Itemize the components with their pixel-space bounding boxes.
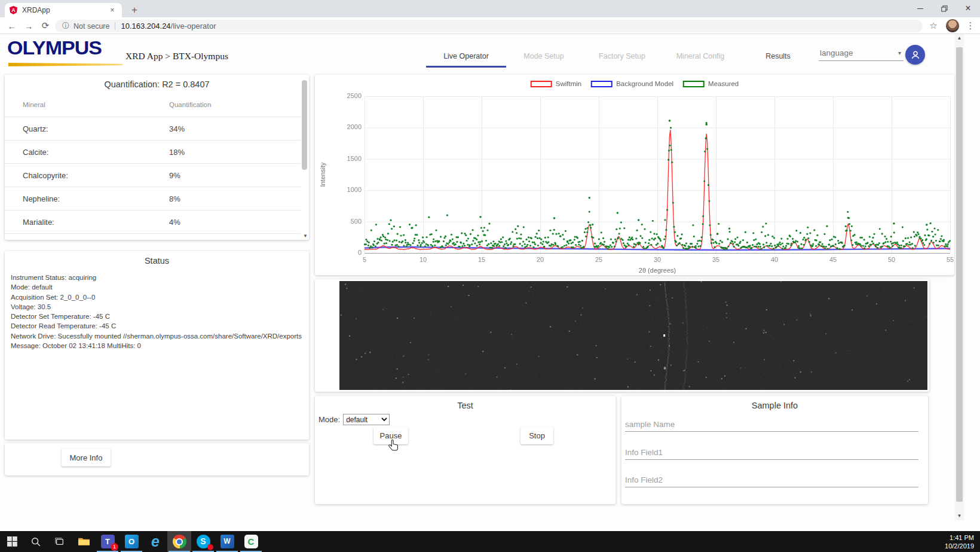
page-scrollbar[interactable]: ▲ ▼ — [955, 34, 964, 520]
status-dot — [207, 544, 213, 550]
clock-time: 1:41 PM — [945, 533, 974, 542]
chevron-down-icon: ▾ — [898, 50, 901, 56]
nav-tab-mineral-config: Mineral Config — [663, 45, 738, 68]
olympus-logo-swoosh — [8, 63, 123, 66]
browser-tab[interactable]: A XRDApp × — [5, 3, 122, 17]
taskbar-button-chrome[interactable] — [167, 531, 191, 552]
xrd-chart-canvas — [315, 75, 954, 275]
info-field1-input[interactable] — [625, 446, 918, 460]
column-mineral: Mineral — [23, 101, 45, 108]
address-bar[interactable]: ⓘ Not secure 10.163.204.24 /live-operato… — [55, 20, 923, 32]
taskbar-button-search[interactable] — [24, 531, 48, 552]
language-select[interactable]: language ▾ — [819, 45, 904, 61]
quantification-panel: Quantification: R2 = 0.8407 Mineral Quan… — [5, 75, 309, 240]
browser-toolbar: ← → ⟳ ⓘ Not secure 10.163.204.24 /live-o… — [0, 17, 980, 34]
back-button[interactable]: ← — [4, 17, 20, 34]
quantification-table: Quartz:34%Calcite:18%Chalcopyrite:9%Neph… — [5, 117, 301, 239]
taskbar-clock[interactable]: 1:41 PM 10/2/2019 — [945, 533, 974, 550]
status-line: Network Drive: Sucessfully mounted //she… — [11, 331, 302, 341]
window-close-button[interactable]: × — [956, 0, 980, 17]
window-minimize-button[interactable] — [908, 0, 932, 17]
mode-select[interactable]: default — [343, 414, 390, 425]
user-account-button[interactable] — [905, 45, 925, 65]
status-line: Voltage: 30.5 — [11, 302, 302, 312]
mouse-hand-cursor — [387, 438, 400, 454]
scroll-down-icon[interactable]: ▼ — [955, 512, 964, 520]
quantification-scrollbar-thumb[interactable] — [302, 80, 307, 170]
taskbar-button-teams[interactable]: T1 — [96, 531, 120, 552]
scroll-down-icon[interactable]: ▼ — [303, 233, 308, 239]
status-lines: Instrument Status: acquiringMode: defaul… — [11, 273, 302, 350]
refresh-button[interactable]: ⟳ — [37, 17, 54, 34]
taskbar-icons: T1OeSWC — [0, 531, 263, 552]
mineral-quantification-value: 34% — [169, 124, 185, 133]
legend-swatch-icon — [591, 81, 612, 87]
security-label: Not secure — [74, 22, 109, 31]
chrome-icon — [173, 535, 186, 548]
taskbar-button-skype[interactable]: S — [191, 531, 215, 552]
stop-button[interactable]: Stop — [520, 427, 553, 444]
browser-tab-strip: A XRDApp × + × — [0, 0, 980, 17]
taskbar-button-start[interactable] — [0, 531, 24, 552]
taskbar-button-file-explorer[interactable] — [72, 531, 96, 552]
taskbar-button-task-view[interactable] — [48, 531, 72, 552]
mineral-row: Marialite:4% — [5, 210, 301, 233]
status-line: Acquisition Set: 2_0_0_0--0 — [11, 292, 302, 302]
mineral-name: Chalcopyrite: — [23, 171, 68, 180]
status-line: Detector Read Temperature: -45 C — [11, 321, 302, 331]
sample-info-title: Sample Info — [621, 401, 928, 410]
olympus-logo: OLYMPUS — [7, 38, 102, 59]
legend-item: Measured — [683, 80, 739, 87]
taskbar-button-internet-explorer[interactable]: e — [143, 531, 167, 552]
new-tab-button[interactable]: + — [127, 3, 142, 17]
nav-tab-mode-setup: Mode Setup — [507, 45, 580, 68]
taskbar-button-camtasia[interactable]: C — [239, 531, 263, 552]
legend-swatch-icon — [531, 81, 552, 87]
url-path: /live-operator — [171, 22, 216, 31]
tab-title: XRDApp — [22, 6, 108, 14]
taskbar-button-word[interactable]: W — [215, 531, 239, 552]
nav-tab-live-operator[interactable]: Live Operator — [426, 45, 506, 68]
legend-swatch-icon — [683, 81, 705, 87]
more-info-panel: More Info — [5, 443, 309, 475]
windows-taskbar: T1OeSWC 1:41 PM 10/2/2019 — [0, 531, 980, 552]
mode-label: Mode: — [318, 415, 340, 424]
legend-item: Swiftmin — [531, 80, 581, 87]
mineral-quantification-value: 4% — [169, 218, 180, 227]
notification-badge: 1 — [111, 543, 118, 551]
sample-name-input[interactable] — [625, 417, 918, 432]
more-info-button[interactable]: More Info — [62, 449, 111, 466]
clock-date: 10/2/2019 — [945, 542, 974, 550]
browser-menu-kebab-icon[interactable]: ⋮ — [962, 17, 979, 34]
status-line: Detector Set Temperature: -45 C — [11, 312, 302, 321]
mineral-row: Chalcopyrite:9% — [5, 163, 301, 187]
window-restore-button[interactable] — [932, 0, 956, 17]
search-icon — [30, 536, 41, 547]
nav-tab-results[interactable]: Results — [752, 45, 804, 68]
table-row-partial — [5, 233, 301, 239]
scroll-up-icon[interactable]: ▲ — [955, 34, 964, 42]
profile-photo — [946, 19, 959, 32]
task-view-icon — [54, 537, 65, 547]
tab-close-icon[interactable]: × — [108, 6, 117, 14]
forward-button[interactable]: → — [20, 17, 37, 34]
browser-profile-avatar[interactable] — [944, 17, 961, 34]
mineral-row: Nepheline:8% — [5, 187, 301, 210]
internet-explorer-icon: e — [151, 535, 160, 548]
sample-info-panel: Sample Info — [621, 396, 928, 504]
mineral-name: Calcite: — [23, 148, 48, 157]
info-icon[interactable]: ⓘ — [62, 21, 69, 31]
detector-image-panel — [315, 279, 929, 392]
camtasia-icon: C — [244, 535, 258, 548]
windows-logo-icon — [7, 536, 17, 547]
file-explorer-icon — [78, 536, 90, 547]
info-field2-input[interactable] — [625, 473, 918, 487]
minimize-icon — [917, 8, 923, 9]
taskbar-button-outlook[interactable]: O — [120, 531, 143, 552]
mode-row: Mode: default — [318, 414, 390, 425]
bookmark-star-icon[interactable]: ☆ — [925, 17, 942, 34]
restore-icon — [941, 5, 948, 12]
diffraction-chart-panel: SwiftminBackground ModelMeasured — [315, 75, 954, 275]
page-scrollbar-thumb[interactable] — [956, 47, 963, 502]
legend-label: Swiftmin — [556, 80, 581, 87]
